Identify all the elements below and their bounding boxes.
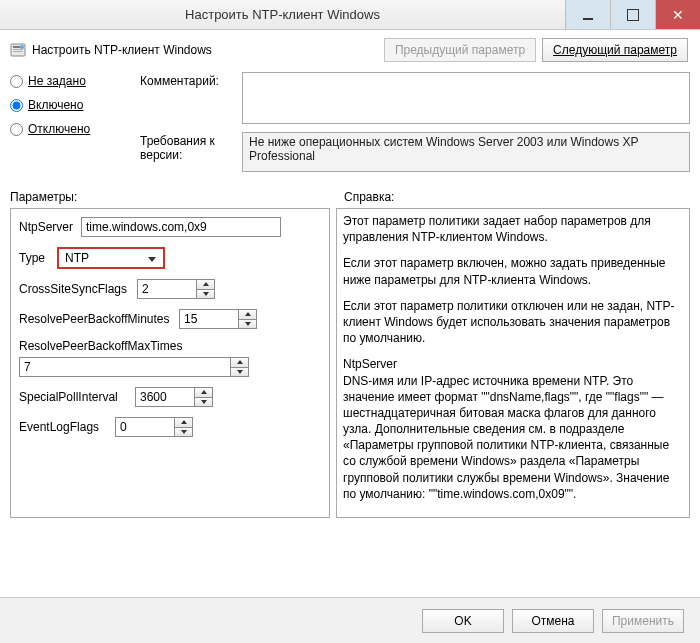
ntpserver-input[interactable] bbox=[81, 217, 281, 237]
help-paragraph: Если этот параметр включен, можно задать… bbox=[343, 255, 683, 287]
policy-title: Настроить NTP-клиент Windows bbox=[32, 43, 212, 57]
eventlog-spinner[interactable] bbox=[115, 417, 193, 437]
help-subtitle: NtpServer bbox=[343, 356, 683, 372]
window-buttons bbox=[565, 0, 700, 29]
minimize-button[interactable] bbox=[565, 0, 610, 29]
eventlog-input[interactable] bbox=[116, 418, 174, 436]
help-panel[interactable]: Этот параметр политики задает набор пара… bbox=[336, 208, 690, 518]
options-panel: NtpServer Type NTP CrossSiteSyncFlags Re… bbox=[10, 208, 330, 518]
dialog-footer: OK Отмена Применить bbox=[0, 597, 700, 643]
spinner-up-icon[interactable] bbox=[197, 280, 214, 289]
specialpoll-input[interactable] bbox=[136, 388, 194, 406]
options-section-label: Параметры: bbox=[10, 190, 330, 204]
crosssite-label: CrossSiteSyncFlags bbox=[19, 282, 129, 296]
svg-rect-3 bbox=[13, 51, 23, 52]
state-disabled-label[interactable]: Отключено bbox=[28, 122, 90, 136]
resolvemin-input[interactable] bbox=[180, 310, 238, 328]
maximize-button[interactable] bbox=[610, 0, 655, 29]
spinner-up-icon[interactable] bbox=[195, 388, 212, 397]
svg-rect-1 bbox=[13, 46, 20, 48]
spinner-up-icon[interactable] bbox=[175, 418, 192, 427]
window-title: Настроить NTP-клиент Windows bbox=[0, 7, 565, 22]
state-disabled-radio[interactable] bbox=[10, 123, 23, 136]
help-paragraph: Если этот параметр политики отключен или… bbox=[343, 298, 683, 347]
policy-icon bbox=[10, 42, 26, 58]
next-setting-button[interactable]: Следующий параметр bbox=[542, 38, 688, 62]
previous-setting-button[interactable]: Предыдущий параметр bbox=[384, 38, 536, 62]
help-paragraph: DNS-имя или IP-адрес источника времени N… bbox=[343, 373, 683, 503]
spinner-up-icon[interactable] bbox=[239, 310, 256, 319]
comment-label: Комментарий: bbox=[140, 72, 234, 124]
help-section-label: Справка: bbox=[344, 190, 690, 204]
crosssite-spinner[interactable] bbox=[137, 279, 215, 299]
state-enabled-radio[interactable] bbox=[10, 99, 23, 112]
cancel-button[interactable]: Отмена bbox=[512, 609, 594, 633]
resolvemax-label: ResolvePeerBackoffMaxTimes bbox=[19, 339, 321, 353]
ok-button[interactable]: OK bbox=[422, 609, 504, 633]
svg-rect-2 bbox=[13, 49, 23, 50]
crosssite-input[interactable] bbox=[138, 280, 196, 298]
state-enabled-label[interactable]: Включено bbox=[28, 98, 83, 112]
requirements-label: Требования к версии: bbox=[140, 132, 234, 172]
spinner-down-icon[interactable] bbox=[197, 289, 214, 299]
help-paragraph: Этот параметр политики задает набор пара… bbox=[343, 213, 683, 245]
chevron-down-icon bbox=[145, 251, 159, 265]
svg-point-4 bbox=[20, 45, 24, 49]
type-combobox-value: NTP bbox=[65, 251, 89, 265]
state-not-configured-label[interactable]: Не задано bbox=[28, 74, 86, 88]
spinner-up-icon[interactable] bbox=[231, 358, 248, 367]
ntpserver-label: NtpServer bbox=[19, 220, 73, 234]
eventlog-label: EventLogFlags bbox=[19, 420, 107, 434]
spinner-down-icon[interactable] bbox=[231, 367, 248, 377]
resolvemin-label: ResolvePeerBackoffMinutes bbox=[19, 312, 171, 326]
spinner-down-icon[interactable] bbox=[175, 427, 192, 437]
type-combobox[interactable]: NTP bbox=[57, 247, 165, 269]
resolvemax-spinner[interactable] bbox=[19, 357, 249, 377]
requirements-text: Не ниже операционных систем Windows Serv… bbox=[242, 132, 690, 172]
state-not-configured-radio[interactable] bbox=[10, 75, 23, 88]
spinner-down-icon[interactable] bbox=[239, 319, 256, 329]
type-label: Type bbox=[19, 251, 49, 265]
specialpoll-spinner[interactable] bbox=[135, 387, 213, 407]
resolvemin-spinner[interactable] bbox=[179, 309, 257, 329]
spinner-down-icon[interactable] bbox=[195, 397, 212, 407]
resolvemax-input[interactable] bbox=[20, 358, 230, 376]
titlebar: Настроить NTP-клиент Windows bbox=[0, 0, 700, 30]
comment-textarea[interactable] bbox=[242, 72, 690, 124]
apply-button[interactable]: Применить bbox=[602, 609, 684, 633]
close-button[interactable] bbox=[655, 0, 700, 29]
specialpoll-label: SpecialPollInterval bbox=[19, 390, 127, 404]
